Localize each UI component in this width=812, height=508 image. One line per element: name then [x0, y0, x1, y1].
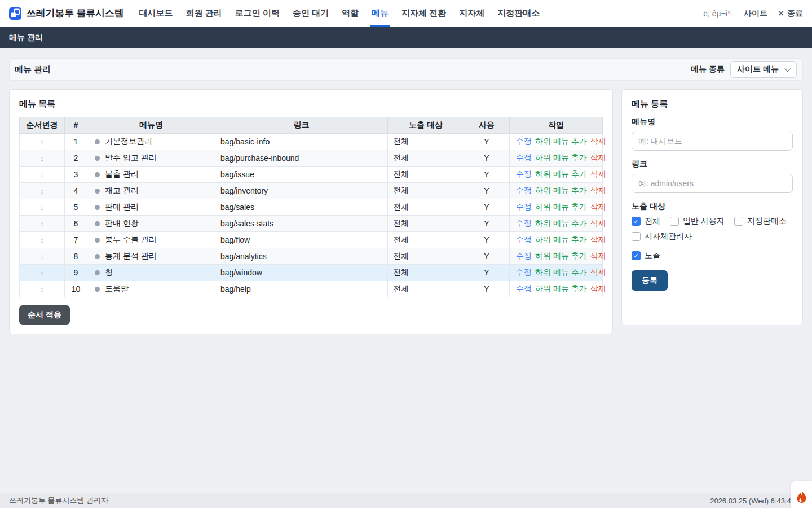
row-drag-handle[interactable]: ↕: [20, 216, 65, 232]
delete-link[interactable]: 삭제: [590, 218, 606, 227]
delete-link[interactable]: 삭제: [590, 169, 606, 178]
menu-name-label: 메뉴명: [632, 117, 793, 127]
table-row: ↕9창bag/window전체Y수정하위 메뉴 추가삭제: [20, 265, 603, 281]
row-target: 전체: [388, 265, 464, 281]
debug-toolbar-toggle[interactable]: [791, 481, 812, 508]
apply-order-button[interactable]: 순서 적용: [19, 305, 70, 325]
edit-link[interactable]: 수정: [516, 169, 532, 178]
edit-link[interactable]: 수정: [516, 235, 532, 244]
target-checkbox-전체[interactable]: 전체: [632, 216, 660, 226]
nav-item-회원 관리[interactable]: 회원 관리: [186, 0, 223, 27]
top-navbar: 쓰레기봉투 물류시스템 대시보드회원 관리로그인 이력승인 대기역할메뉴지자체 …: [0, 0, 812, 27]
nav-item-로그인 이력[interactable]: 로그인 이력: [235, 0, 280, 27]
add-submenu-link[interactable]: 하위 메뉴 추가: [535, 186, 587, 195]
row-link: bag/issue: [215, 167, 388, 183]
exit-button[interactable]: × 종료: [778, 8, 803, 19]
register-button[interactable]: 등록: [632, 270, 668, 291]
row-number: 4: [65, 183, 87, 199]
row-target: 전체: [388, 199, 464, 216]
delete-link[interactable]: 삭제: [590, 235, 606, 244]
row-use-flag: Y: [464, 150, 510, 167]
add-submenu-link[interactable]: 하위 메뉴 추가: [535, 202, 587, 211]
checkbox-label: 지자체관리자: [645, 231, 692, 242]
edit-link[interactable]: 수정: [516, 268, 532, 277]
checkbox-unchecked-icon: [734, 217, 743, 226]
add-submenu-link[interactable]: 하위 메뉴 추가: [535, 153, 587, 162]
brand[interactable]: 쓰레기봉투 물류시스템: [9, 7, 124, 20]
row-use-flag: Y: [464, 216, 510, 232]
row-drag-handle[interactable]: ↕: [20, 150, 65, 167]
table-row: ↕5판매 관리bag/sales전체Y수정하위 메뉴 추가삭제: [20, 199, 603, 216]
row-number: 10: [65, 281, 87, 297]
nav-item-지정판매소[interactable]: 지정판매소: [497, 0, 540, 27]
bullet-icon: [95, 156, 100, 161]
row-actions: 수정하위 메뉴 추가삭제: [510, 216, 603, 232]
row-drag-handle[interactable]: ↕: [20, 134, 65, 150]
add-submenu-link[interactable]: 하위 메뉴 추가: [535, 137, 587, 146]
region-label: ë‚¨êµ¬ì²-: [703, 9, 733, 18]
edit-link[interactable]: 수정: [516, 186, 532, 195]
delete-link[interactable]: 삭제: [590, 137, 606, 146]
expose-checkbox[interactable]: 노출: [632, 251, 793, 261]
add-submenu-link[interactable]: 하위 메뉴 추가: [535, 284, 587, 293]
row-drag-handle[interactable]: ↕: [20, 248, 65, 265]
row-number: 6: [65, 216, 87, 232]
add-submenu-link[interactable]: 하위 메뉴 추가: [535, 251, 587, 260]
add-submenu-link[interactable]: 하위 메뉴 추가: [535, 235, 587, 244]
delete-link[interactable]: 삭제: [590, 268, 606, 277]
col-header-link: 링크: [215, 117, 388, 134]
bullet-icon: [95, 221, 100, 226]
row-link: bag/analytics: [215, 248, 388, 265]
menu-link-input[interactable]: [632, 174, 793, 193]
site-link[interactable]: 사이트: [744, 8, 767, 19]
target-checkbox-일반 사용자[interactable]: 일반 사용자: [670, 216, 725, 226]
edit-link[interactable]: 수정: [516, 251, 532, 260]
nav-item-지자체[interactable]: 지자체: [458, 0, 485, 27]
row-drag-handle[interactable]: ↕: [20, 232, 65, 248]
add-submenu-link[interactable]: 하위 메뉴 추가: [535, 169, 587, 178]
row-drag-handle[interactable]: ↕: [20, 265, 65, 281]
row-link: bag/flow: [215, 232, 388, 248]
row-target: 전체: [388, 232, 464, 248]
menu-name-input[interactable]: [632, 132, 793, 151]
checkbox-label: 전체: [645, 216, 660, 226]
edit-link[interactable]: 수정: [516, 202, 532, 211]
row-menu-name: 도움말: [87, 281, 215, 297]
reorder-icon: ↕: [40, 285, 44, 294]
delete-link[interactable]: 삭제: [590, 186, 606, 195]
nav-item-대시보드[interactable]: 대시보드: [139, 0, 174, 27]
row-number: 7: [65, 232, 87, 248]
app-title: 쓰레기봉투 물류시스템: [27, 7, 124, 20]
add-submenu-link[interactable]: 하위 메뉴 추가: [535, 218, 587, 227]
row-actions: 수정하위 메뉴 추가삭제: [510, 281, 603, 297]
edit-link[interactable]: 수정: [516, 284, 532, 293]
nav-item-메뉴[interactable]: 메뉴: [371, 0, 389, 27]
nav-item-지자체 전환[interactable]: 지자체 전환: [401, 0, 447, 27]
delete-link[interactable]: 삭제: [590, 202, 606, 211]
chevron-down-icon: [784, 65, 791, 72]
row-drag-handle[interactable]: ↕: [20, 199, 65, 216]
nav-item-역할[interactable]: 역할: [341, 0, 359, 27]
edit-link[interactable]: 수정: [516, 137, 532, 146]
checkbox-unchecked-icon: [632, 232, 641, 241]
footer-bar: 쓰레기봉투 물류시스템 관리자 2026.03.25 (Wed) 6:43:43: [0, 493, 812, 508]
row-drag-handle[interactable]: ↕: [20, 183, 65, 199]
delete-link[interactable]: 삭제: [590, 284, 606, 293]
row-menu-name: 불출 관리: [87, 167, 215, 183]
nav-item-승인 대기[interactable]: 승인 대기: [292, 0, 329, 27]
target-checkbox-지정판매소[interactable]: 지정판매소: [734, 216, 787, 226]
reorder-icon: ↕: [40, 252, 44, 261]
target-checkbox-지자체관리자[interactable]: 지자체관리자: [632, 231, 692, 242]
row-drag-handle[interactable]: ↕: [20, 281, 65, 297]
reorder-icon: ↕: [40, 220, 44, 228]
row-drag-handle[interactable]: ↕: [20, 167, 65, 183]
add-submenu-link[interactable]: 하위 메뉴 추가: [535, 268, 587, 277]
edit-link[interactable]: 수정: [516, 153, 532, 162]
delete-link[interactable]: 삭제: [590, 251, 606, 260]
row-actions: 수정하위 메뉴 추가삭제: [510, 183, 603, 199]
menu-type-select[interactable]: 사이트 메뉴: [730, 61, 797, 78]
delete-link[interactable]: 삭제: [590, 153, 606, 162]
edit-link[interactable]: 수정: [516, 218, 532, 227]
table-row: ↕1기본정보관리bag/basic-info전체Y수정하위 메뉴 추가삭제: [20, 134, 603, 150]
target-group-label: 노출 대상: [632, 202, 793, 212]
